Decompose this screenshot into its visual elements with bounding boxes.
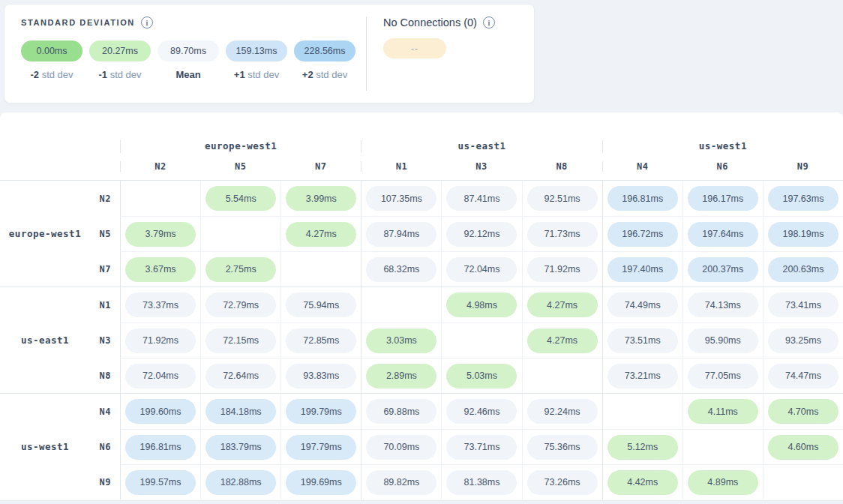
latency-cell[interactable]: 197.40ms bbox=[602, 251, 682, 286]
latency-cell[interactable]: 4.89ms bbox=[682, 464, 763, 500]
latency-cell[interactable]: 4.11ms bbox=[682, 394, 763, 429]
latency-cell[interactable]: 89.82ms bbox=[361, 464, 441, 500]
latency-pill: 70.09ms bbox=[366, 435, 436, 460]
latency-cell[interactable]: 196.81ms bbox=[602, 181, 682, 216]
latency-cell[interactable]: 4.27ms bbox=[522, 322, 602, 358]
latency-pill: 4.60ms bbox=[768, 435, 838, 460]
matrix-row-group: europe-west1N25.54ms3.99ms107.35ms87.41m… bbox=[0, 181, 843, 286]
latency-pill: 4.42ms bbox=[608, 470, 678, 495]
latency-cell[interactable]: 197.64ms bbox=[682, 216, 763, 251]
latency-cell[interactable]: 199.57ms bbox=[120, 464, 200, 500]
info-icon[interactable]: i bbox=[141, 16, 153, 28]
latency-pill: 199.57ms bbox=[125, 470, 196, 495]
latency-cell[interactable]: 72.15ms bbox=[200, 322, 280, 358]
no-connections-title: No Connections (0) bbox=[383, 16, 477, 28]
latency-cell[interactable]: 3.79ms bbox=[120, 216, 200, 251]
latency-cell[interactable]: 69.88ms bbox=[361, 394, 441, 429]
latency-cell[interactable]: 77.05ms bbox=[682, 358, 763, 393]
latency-cell[interactable]: 5.03ms bbox=[441, 358, 521, 393]
latency-cell[interactable] bbox=[120, 181, 200, 216]
node-row-label: N3 bbox=[90, 322, 120, 358]
latency-cell[interactable]: 197.79ms bbox=[280, 429, 361, 464]
latency-cell[interactable]: 4.42ms bbox=[602, 464, 682, 500]
latency-cell[interactable]: 196.72ms bbox=[602, 216, 682, 251]
latency-cell[interactable]: 196.81ms bbox=[120, 429, 200, 464]
latency-cell[interactable]: 73.71ms bbox=[441, 429, 521, 464]
latency-cell[interactable]: 2.89ms bbox=[361, 358, 441, 393]
latency-cell[interactable]: 73.21ms bbox=[602, 358, 682, 393]
latency-cell[interactable]: 200.63ms bbox=[763, 251, 843, 286]
stddev-legend-title: STANDARD DEVIATION bbox=[21, 18, 135, 27]
latency-cell[interactable]: 72.79ms bbox=[200, 287, 280, 322]
latency-cell[interactable]: 4.27ms bbox=[280, 216, 361, 251]
latency-cell[interactable]: 73.26ms bbox=[522, 464, 602, 500]
latency-cell[interactable]: 75.36ms bbox=[522, 429, 602, 464]
latency-cell[interactable]: 3.99ms bbox=[280, 181, 361, 216]
latency-pill: 81.38ms bbox=[446, 470, 517, 495]
latency-cell[interactable]: 183.79ms bbox=[200, 429, 280, 464]
latency-pill: 72.79ms bbox=[206, 292, 276, 317]
latency-cell[interactable]: 74.13ms bbox=[682, 287, 763, 322]
latency-cell[interactable]: 182.88ms bbox=[200, 464, 280, 500]
latency-cell[interactable]: 199.60ms bbox=[120, 394, 200, 429]
latency-cell[interactable]: 199.79ms bbox=[280, 394, 361, 429]
latency-cell[interactable] bbox=[682, 429, 763, 464]
latency-cell[interactable]: 71.92ms bbox=[522, 251, 602, 286]
no-connections-title-row: No Connections (0) i bbox=[383, 16, 495, 28]
latency-cell[interactable]: 68.32ms bbox=[361, 251, 441, 286]
latency-cell[interactable] bbox=[200, 216, 280, 251]
latency-cell[interactable]: 4.70ms bbox=[763, 394, 843, 429]
latency-cell[interactable]: 4.27ms bbox=[522, 287, 602, 322]
latency-cell[interactable]: 95.90ms bbox=[682, 322, 763, 358]
latency-cell[interactable]: 199.69ms bbox=[280, 464, 361, 500]
latency-cell[interactable]: 92.46ms bbox=[441, 394, 521, 429]
latency-cell[interactable]: 72.85ms bbox=[280, 322, 361, 358]
info-icon[interactable]: i bbox=[483, 16, 495, 28]
latency-cell[interactable]: 71.92ms bbox=[120, 322, 200, 358]
latency-cell[interactable]: 87.94ms bbox=[361, 216, 441, 251]
latency-cell[interactable]: 4.60ms bbox=[763, 429, 843, 464]
latency-cell[interactable]: 74.47ms bbox=[763, 358, 843, 393]
latency-cell[interactable]: 87.41ms bbox=[441, 181, 521, 216]
latency-cell[interactable]: 107.35ms bbox=[361, 181, 441, 216]
latency-cell[interactable]: 2.75ms bbox=[200, 251, 280, 286]
latency-cell[interactable]: 72.04ms bbox=[441, 251, 521, 286]
latency-cell[interactable]: 198.19ms bbox=[763, 216, 843, 251]
latency-cell[interactable]: 93.25ms bbox=[763, 322, 843, 358]
latency-cell[interactable]: 81.38ms bbox=[441, 464, 521, 500]
latency-cell[interactable] bbox=[280, 251, 361, 286]
latency-pill: 197.40ms bbox=[608, 257, 678, 282]
latency-cell[interactable] bbox=[763, 464, 843, 500]
latency-cell[interactable]: 72.64ms bbox=[200, 358, 280, 393]
stddev-legend: STANDARD DEVIATION i 0.00ms20.27ms89.70m… bbox=[21, 15, 356, 80]
latency-cell[interactable]: 93.83ms bbox=[280, 358, 361, 393]
latency-cell[interactable]: 73.51ms bbox=[602, 322, 682, 358]
latency-cell[interactable]: 73.37ms bbox=[120, 287, 200, 322]
latency-cell[interactable] bbox=[361, 287, 441, 322]
latency-cell[interactable]: 71.73ms bbox=[522, 216, 602, 251]
latency-cell[interactable]: 73.41ms bbox=[763, 287, 843, 322]
latency-pill: 3.67ms bbox=[125, 257, 196, 282]
latency-cell[interactable] bbox=[441, 322, 521, 358]
latency-cell[interactable] bbox=[522, 358, 602, 393]
latency-cell[interactable]: 4.98ms bbox=[441, 287, 521, 322]
latency-cell[interactable]: 3.67ms bbox=[120, 251, 200, 286]
latency-cell[interactable]: 3.03ms bbox=[361, 322, 441, 358]
latency-cell[interactable]: 196.17ms bbox=[682, 181, 763, 216]
node-row-label: N9 bbox=[90, 464, 120, 500]
latency-cell[interactable]: 197.63ms bbox=[763, 181, 843, 216]
latency-cell[interactable]: 5.54ms bbox=[200, 181, 280, 216]
legend-label: +2 std dev bbox=[294, 69, 356, 80]
latency-cell[interactable]: 92.51ms bbox=[522, 181, 602, 216]
latency-cell[interactable]: 184.18ms bbox=[200, 394, 280, 429]
legend-card: STANDARD DEVIATION i 0.00ms20.27ms89.70m… bbox=[4, 4, 535, 104]
latency-cell[interactable]: 92.12ms bbox=[441, 216, 521, 251]
latency-cell[interactable]: 74.49ms bbox=[602, 287, 682, 322]
latency-cell[interactable]: 70.09ms bbox=[361, 429, 441, 464]
latency-cell[interactable]: 5.12ms bbox=[602, 429, 682, 464]
latency-cell[interactable]: 200.37ms bbox=[682, 251, 763, 286]
latency-cell[interactable]: 72.04ms bbox=[120, 358, 200, 393]
latency-cell[interactable]: 92.24ms bbox=[522, 394, 602, 429]
latency-cell[interactable] bbox=[602, 394, 682, 429]
latency-cell[interactable]: 75.94ms bbox=[280, 287, 361, 322]
